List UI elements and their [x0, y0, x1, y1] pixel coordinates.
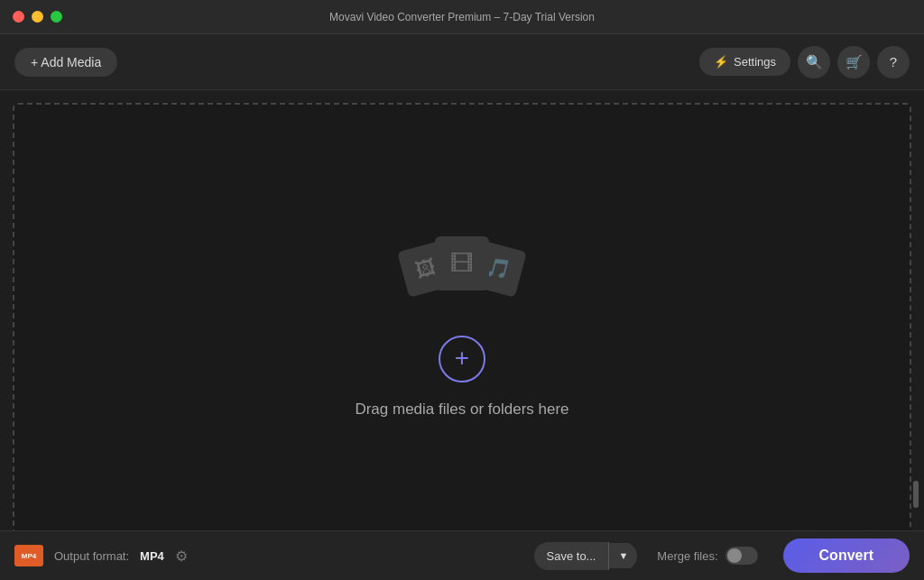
help-icon: ?	[890, 54, 897, 69]
output-format-label: Output format:	[54, 549, 129, 563]
toggle-knob	[727, 548, 742, 563]
settings-button[interactable]: ⚡ Settings	[699, 48, 790, 76]
window-controls	[13, 11, 62, 23]
drop-zone-content: 🖼 🎞 🎵 + Drag media files or folders here	[355, 227, 568, 419]
video-icon: 🎞	[435, 236, 489, 290]
convert-button[interactable]: Convert	[783, 539, 910, 573]
output-format-value: MP4	[140, 549, 164, 563]
merge-files-label: Merge files:	[657, 549, 717, 563]
sliders-icon: ⚡	[714, 55, 728, 69]
close-button[interactable]	[13, 11, 24, 23]
toolbar-right: ⚡ Settings 🔍 🛒 ?	[699, 46, 910, 78]
add-media-button[interactable]: + Add Media	[14, 48, 117, 77]
drag-drop-text: Drag media files or folders here	[355, 400, 568, 419]
format-settings-icon[interactable]: ⚙	[175, 548, 188, 565]
toolbar: + Add Media ⚡ Settings 🔍 🛒 ?	[0, 34, 924, 90]
format-icon: MP4	[14, 545, 43, 566]
help-button[interactable]: ?	[877, 46, 910, 78]
search-icon: 🔍	[806, 54, 823, 70]
merge-files-group: Merge files:	[657, 547, 757, 565]
window-title: Movavi Video Converter Premium – 7-Day T…	[329, 11, 595, 23]
media-icons-group: 🖼 🎞 🎵	[390, 227, 534, 318]
minimize-button[interactable]	[32, 11, 43, 23]
bottom-bar: MP4 Output format: MP4 ⚙ Save to... ▼ Me…	[0, 530, 924, 580]
merge-files-toggle[interactable]	[725, 547, 758, 565]
save-to-group: Save to... ▼	[534, 542, 638, 570]
add-media-circle-button[interactable]: +	[439, 336, 485, 382]
search-button[interactable]: 🔍	[798, 46, 830, 78]
save-to-button[interactable]: Save to...	[534, 542, 610, 570]
settings-label: Settings	[734, 55, 776, 69]
scrollbar-thumb[interactable]	[913, 481, 919, 508]
title-bar: Movavi Video Converter Premium – 7-Day T…	[0, 0, 924, 34]
drop-zone[interactable]: 🖼 🎞 🎵 + Drag media files or folders here	[13, 103, 911, 543]
plus-icon: +	[455, 345, 469, 371]
maximize-button[interactable]	[51, 11, 62, 23]
cart-icon: 🛒	[845, 54, 863, 70]
scrollbar[interactable]	[913, 90, 919, 508]
save-to-dropdown-button[interactable]: ▼	[609, 543, 637, 568]
cart-button[interactable]: 🛒	[837, 46, 870, 78]
